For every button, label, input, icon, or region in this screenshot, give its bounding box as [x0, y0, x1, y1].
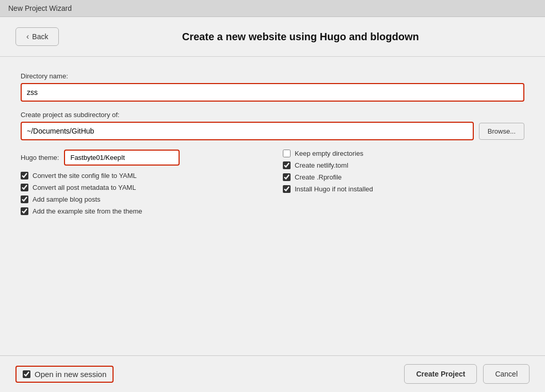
content-area: Directory name: Create project as subdir… [0, 57, 545, 355]
convert-metadata-label: Convert all post metadata to YAML [33, 184, 136, 191]
footer-area: Open in new session Create Project Cance… [0, 356, 545, 392]
open-session-label: Open in new session [35, 370, 106, 379]
create-rprofile-label: Create .Rprofile [295, 173, 342, 181]
subdirectory-input-wrapper [21, 122, 474, 140]
title-bar-label: New Project Wizard [8, 4, 72, 12]
convert-metadata-row: Convert all post metadata to YAML [21, 184, 262, 191]
left-options: Hugo theme: Convert the site config file… [21, 150, 262, 215]
title-bar: New Project Wizard [0, 0, 545, 17]
convert-metadata-checkbox[interactable] [21, 184, 28, 191]
hugo-theme-row: Hugo theme: [21, 150, 262, 166]
add-example-site-row: Add the example site from the theme [21, 207, 262, 215]
keep-empty-dirs-label: Keep empty directories [295, 150, 363, 157]
hugo-theme-input-wrapper [64, 150, 180, 166]
subdirectory-label: Create project as subdirectory of: [21, 111, 524, 119]
cancel-button[interactable]: Cancel [483, 364, 530, 384]
hugo-theme-label: Hugo theme: [21, 154, 59, 161]
keep-empty-dirs-row: Keep empty directories [283, 150, 524, 157]
create-netlify-label: Create netlify.toml [295, 161, 348, 169]
open-session-checkbox[interactable] [23, 370, 30, 378]
header-area: ‹ Back Create a new website using Hugo a… [0, 17, 545, 57]
add-example-site-label: Add the example site from the theme [33, 207, 142, 215]
install-hugo-label: Install Hugo if not installed [295, 185, 373, 193]
directory-name-group: Directory name: [21, 72, 524, 102]
add-sample-posts-checkbox[interactable] [21, 195, 28, 203]
create-netlify-checkbox[interactable] [283, 161, 291, 169]
footer-buttons: Create Project Cancel [404, 364, 530, 384]
convert-config-checkbox[interactable] [21, 172, 28, 179]
convert-config-row: Convert the site config file to YAML [21, 172, 262, 179]
directory-name-input-wrapper [21, 83, 524, 102]
subdirectory-input[interactable] [22, 123, 473, 139]
add-example-site-checkbox[interactable] [21, 207, 28, 215]
back-button[interactable]: ‹ Back [15, 27, 59, 46]
subdirectory-row: Browse... [21, 122, 524, 140]
page-title: Create a new website using Hugo and blog… [71, 31, 530, 43]
add-sample-posts-row: Add sample blog posts [21, 195, 262, 203]
keep-empty-dirs-checkbox[interactable] [283, 150, 291, 157]
back-chevron-icon: ‹ [26, 32, 29, 41]
create-project-button[interactable]: Create Project [404, 364, 477, 384]
hugo-theme-input[interactable] [65, 151, 179, 165]
create-netlify-row: Create netlify.toml [283, 161, 524, 169]
options-area: Hugo theme: Convert the site config file… [21, 150, 524, 215]
dialog: ‹ Back Create a new website using Hugo a… [0, 17, 545, 392]
browse-button[interactable]: Browse... [479, 123, 524, 140]
back-label: Back [32, 32, 48, 41]
directory-name-input[interactable] [22, 84, 523, 101]
right-options: Keep empty directories Create netlify.to… [283, 150, 524, 215]
subdirectory-group: Create project as subdirectory of: Brows… [21, 111, 524, 140]
open-session-wrapper: Open in new session [15, 366, 114, 383]
create-rprofile-checkbox[interactable] [283, 173, 291, 181]
directory-name-label: Directory name: [21, 72, 524, 80]
install-hugo-checkbox[interactable] [283, 185, 291, 193]
install-hugo-row: Install Hugo if not installed [283, 185, 524, 193]
convert-config-label: Convert the site config file to YAML [33, 172, 137, 179]
create-rprofile-row: Create .Rprofile [283, 173, 524, 181]
add-sample-posts-label: Add sample blog posts [33, 195, 101, 203]
